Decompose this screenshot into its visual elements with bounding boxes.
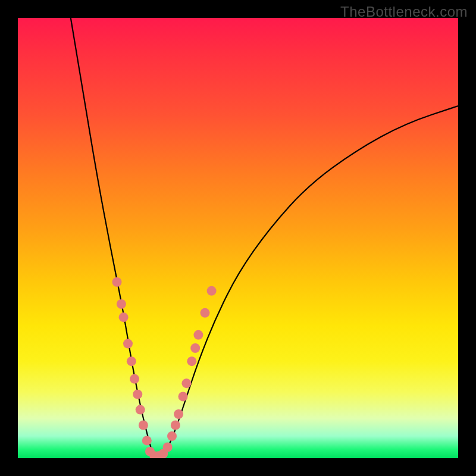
marker-dot	[171, 421, 180, 430]
marker-dot	[112, 277, 122, 287]
marker-dot	[139, 421, 148, 430]
marker-dot	[117, 299, 126, 309]
marker-dot	[127, 356, 136, 366]
marker-dot	[133, 390, 142, 399]
plot-area	[18, 18, 458, 458]
marker-dot	[193, 330, 203, 340]
marker-dot	[207, 286, 217, 296]
marker-dot	[190, 343, 200, 353]
marker-dot	[136, 405, 145, 415]
marker-dot	[201, 308, 210, 318]
bottleneck-curve-right	[154, 106, 458, 458]
curve-svg	[18, 18, 458, 458]
marker-dot	[167, 431, 177, 441]
watermark-text: TheBottleneck.com	[340, 4, 468, 20]
chart-frame: TheBottleneck.com	[0, 0, 476, 476]
marker-dot	[187, 356, 196, 366]
marker-dot	[178, 392, 188, 401]
marker-dot	[181, 378, 191, 388]
marker-dot	[123, 339, 133, 349]
marker-dot	[163, 443, 173, 452]
marker-dot	[142, 436, 152, 445]
highlight-markers	[112, 277, 217, 458]
marker-dot	[174, 409, 183, 419]
marker-dot	[130, 374, 139, 384]
marker-dot	[119, 312, 129, 322]
